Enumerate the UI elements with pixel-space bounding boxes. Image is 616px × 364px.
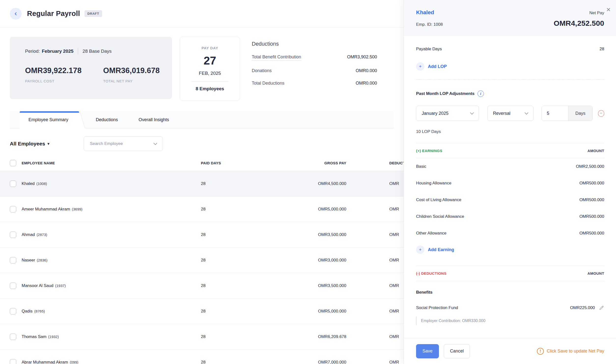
total-net-pay-value: OMR36,019.678	[103, 66, 160, 75]
paid-days-cell: 28	[196, 360, 245, 364]
table-row[interactable]: Thomas Sam(1932) 28 OMR6,209.678 OMR	[0, 324, 404, 350]
total-benefit-contribution-label[interactable]: Total Benefit Contribution	[252, 54, 301, 61]
employee-id: (1932)	[48, 335, 59, 339]
deductions-cell: OMR	[346, 334, 404, 339]
employee-id: (2836)	[37, 258, 47, 262]
add-lop-button[interactable]: + Add LOP	[416, 62, 447, 71]
remove-lop-row-icon[interactable]: −	[598, 110, 604, 117]
tab-overall-insights[interactable]: Overall Insights	[128, 111, 179, 128]
row-checkbox[interactable]	[10, 257, 16, 263]
net-pay-label: Net Pay	[589, 11, 604, 15]
search-placeholder: Search Employee	[90, 141, 123, 146]
save-button[interactable]: Save	[416, 344, 439, 358]
plus-icon: +	[416, 62, 424, 71]
payable-days-row: Payable Days 28	[416, 47, 604, 52]
back-button[interactable]: ‹	[10, 8, 22, 20]
paid-days-cell: 28	[196, 258, 245, 263]
select-all-checkbox[interactable]	[10, 160, 16, 166]
row-checkbox[interactable]	[10, 181, 16, 187]
table-row[interactable]: Ameer Muhammad Akram(3699) 28 OMR5,000.0…	[0, 196, 404, 222]
employee-detail-panel: × Khaled Net Pay Emp. ID: 1008 OMR4,252.…	[404, 0, 616, 364]
warning-text: Click Save to update Net Pay	[547, 349, 604, 354]
row-checkbox[interactable]	[10, 334, 16, 340]
employee-name: Khaled	[22, 181, 35, 186]
filter-row: All Employees ▾ Search Employee	[10, 136, 394, 151]
deductions-cell: OMR	[346, 283, 404, 288]
paid-days-cell: 28	[196, 283, 245, 288]
earning-value: OMR500.000	[579, 231, 604, 236]
paid-days-cell: 28	[196, 334, 245, 339]
gross-pay-cell: OMR6,209.678	[245, 334, 346, 339]
edit-pencil-icon[interactable]	[599, 305, 604, 311]
plus-icon: +	[416, 246, 424, 254]
summary-amounts: OMR39,922.178 PAYROLL COST OMR36,019.678…	[25, 66, 162, 83]
total-deductions-label: Total Deductions	[252, 81, 284, 86]
table-row[interactable]: Khaled(1008) 28 OMR4,500.000 OMR	[0, 171, 404, 196]
earning-label: Children Social Allowance	[416, 213, 464, 220]
add-earning-button[interactable]: + Add Earning	[416, 246, 454, 254]
paid-days-cell: 28	[196, 232, 245, 237]
earning-item: Housing Allowance OMR500.000	[416, 175, 604, 192]
chevron-down-icon	[525, 111, 529, 115]
deduction-label: Social Protection Fund	[416, 305, 458, 311]
payroll-cost-label: PAYROLL COST	[25, 79, 82, 83]
row-checkbox[interactable]	[10, 283, 16, 289]
lop-days-input[interactable]	[542, 106, 568, 121]
table-row[interactable]: Naseer(2836) 28 OMR3,000.000 OMR	[0, 247, 404, 273]
employee-id-label: Emp. ID: 1008	[416, 22, 443, 27]
payroll-app: ‹ Regular Payroll DRAFT Period: February…	[0, 0, 616, 364]
row-checkbox[interactable]	[10, 308, 16, 314]
earning-value: OMR2,500.000	[576, 164, 604, 169]
payday-day: 27	[204, 54, 216, 67]
gross-pay-cell: OMR3,500.000	[245, 232, 346, 237]
row-checkbox[interactable]	[10, 206, 16, 212]
table-row[interactable]: Mansoor Al Saud(1937) 28 OMR3,500.000 OM…	[0, 273, 404, 299]
deduction-value: OMR225.000	[570, 305, 595, 310]
panel-body: Payable Days 28 + Add LOP Past Month LOP…	[404, 36, 616, 338]
active-tab-indicator	[20, 111, 79, 113]
earning-value: OMR500.000	[579, 181, 604, 186]
earnings-amount-header: AMOUNT	[588, 149, 604, 153]
table-row[interactable]: Qadis(8765) 28 OMR5,000.000 OMR	[0, 299, 404, 324]
period-summary-card: Period: February 2025 28 Base Days OMR39…	[10, 37, 172, 99]
tab-employee-summary[interactable]: Employee Summary	[20, 111, 77, 128]
earnings-header: (+) EARNINGS	[416, 149, 442, 153]
panel-employee-name[interactable]: Khaled	[416, 9, 434, 16]
deductions-summary: Deductions Total Benefit Contribution OM…	[252, 37, 377, 101]
cancel-button[interactable]: Cancel	[444, 344, 470, 358]
employee-filter-dropdown[interactable]: All Employees ▾	[10, 141, 49, 147]
summary-row: Period: February 2025 28 Base Days OMR39…	[10, 37, 394, 101]
deductions-cell: OMR	[346, 258, 404, 263]
row-checkbox[interactable]	[10, 359, 16, 364]
lop-month-select[interactable]: January 2025	[416, 106, 479, 121]
employee-name: Mansoor Al Saud	[22, 283, 53, 288]
tab-bar: Employee Summary Deductions Overall Insi…	[10, 111, 394, 128]
row-checkbox[interactable]	[10, 232, 16, 238]
table-row[interactable]: Abrar Muhammad Akram(099) 28 OMR7,000.00…	[0, 350, 404, 364]
payable-days-value: 28	[600, 47, 604, 52]
total-benefit-contribution-value: OMR3,902.500	[347, 54, 377, 60]
employee-name: Thomas Sam	[22, 334, 46, 339]
table-row[interactable]: Ahmad(2873) 28 OMR3,500.000 OMR	[0, 222, 404, 247]
payday-employee-count: 8 Employees	[196, 86, 224, 91]
caret-down-icon: ▾	[48, 142, 50, 146]
deductions-cell: OMR	[346, 232, 404, 237]
tab-label: Overall Insights	[139, 117, 169, 122]
employee-id: (3699)	[72, 207, 82, 211]
tab-deductions[interactable]: Deductions	[85, 111, 128, 128]
add-earning-label: Add Earning	[428, 247, 454, 252]
lop-month-value: January 2025	[422, 111, 448, 116]
status-badge: DRAFT	[84, 10, 102, 17]
lop-type-select[interactable]: Reversal	[487, 106, 533, 121]
gross-pay-cell: OMR3,000.000	[245, 258, 346, 263]
paid-days-cell: 28	[196, 309, 245, 314]
earnings-header-row: (+) EARNINGS AMOUNT	[416, 143, 604, 158]
search-employee-select[interactable]: Search Employee	[84, 136, 163, 151]
lop-adjustments-title: Past Month LOP Adjustments	[416, 91, 475, 96]
employee-name: Naseer	[22, 258, 35, 262]
col-gross-pay: GROSS PAY	[245, 161, 346, 165]
deductions-amount-header: AMOUNT	[588, 271, 604, 275]
close-icon[interactable]: ×	[606, 6, 611, 13]
base-days: 28 Base Days	[83, 49, 112, 54]
info-icon[interactable]: i	[477, 91, 484, 97]
